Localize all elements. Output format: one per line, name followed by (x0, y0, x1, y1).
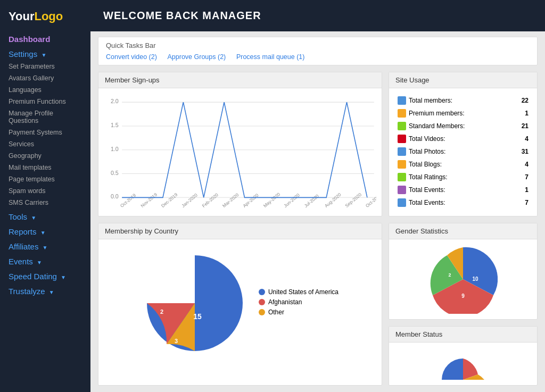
affiliates-arrow-icon: ▼ (43, 245, 48, 251)
quick-tasks-bar: Quick Tasks Bar Convert video (2) Approv… (98, 37, 538, 65)
usage-value: 1 (512, 184, 531, 196)
convert-video-link[interactable]: Convert video (2) (106, 53, 157, 61)
sidebar-item-avatars-gallery[interactable]: Avatars Gallery (0, 72, 90, 84)
member-signups-panel: Member Sign-ups 2.0 1.5 1.0 0.5 0.0 (98, 72, 382, 216)
sidebar-item-services[interactable]: Services (0, 138, 90, 150)
svg-text:Apr-2020: Apr-2020 (242, 193, 259, 208)
sidebar-item-dashboard[interactable]: Dashboard (0, 31, 90, 46)
member-signups-body: 2.0 1.5 1.0 0.5 0.0 Oct (98, 88, 382, 216)
gender-statistics-body: 10 9 2 (389, 239, 537, 319)
sidebar-item-mail-templates[interactable]: Mail templates (0, 162, 90, 173)
event2-icon (398, 198, 406, 207)
other-label: 3 (175, 338, 178, 344)
usage-value: 22 (512, 95, 531, 106)
line-chart-svg: 2.0 1.5 1.0 0.5 0.0 Oct (104, 94, 376, 211)
sidebar-item-tools[interactable]: Tools ▼ (0, 208, 90, 223)
site-usage-table: Total members: 22 Premium members: 1 Sta… (394, 94, 532, 210)
sidebar-item-manage-profile-questions[interactable]: Manage Profile Questions (0, 107, 90, 127)
tools-arrow-icon: ▼ (31, 215, 36, 221)
table-row: Premium members: 1 (395, 107, 531, 119)
sidebar-item-speed-dating[interactable]: Speed Dating ▼ (0, 268, 90, 283)
usage-value: 1 (512, 107, 531, 119)
afghanistan-label: 2 (160, 308, 163, 315)
sidebar-item-languages[interactable]: Languages (0, 84, 90, 96)
sidebar-item-sms-carriers[interactable]: SMS Carriers (0, 197, 90, 208)
quick-tasks-title: Quick Tasks Bar (106, 41, 530, 49)
sidebar-item-payment-systems[interactable]: Payment Systems (0, 127, 90, 138)
usage-label: Total Videos: (395, 133, 511, 145)
sidebar-item-events[interactable]: Events ▼ (0, 253, 90, 268)
quick-tasks-links: Convert video (2) Approve Groups (2) Pro… (106, 53, 530, 61)
row-signups: Member Sign-ups 2.0 1.5 1.0 0.5 0.0 (98, 72, 538, 216)
table-row: Total Photos: 31 (395, 146, 531, 157)
usage-value: 31 (512, 146, 531, 157)
country-legend: United States of America Afghanistan Oth… (259, 288, 338, 319)
blog-icon (398, 160, 406, 169)
svg-text:1.5: 1.5 (111, 122, 119, 128)
sidebar-item-premium-functions[interactable]: Premium Functions (0, 96, 90, 107)
member-status-title: Member Status (389, 327, 537, 343)
membership-country-title: Membership by Country (98, 223, 382, 239)
sidebar-item-settings[interactable]: Settings ▼ (0, 46, 90, 61)
page-header: WELCOME BACK MANAGER (90, 0, 545, 31)
process-mail-queue-link[interactable]: Process mail queue (1) (236, 53, 305, 61)
usage-label: Total Ratings: (395, 171, 511, 183)
logo-accent: Logo (34, 10, 63, 23)
site-usage-body: Total members: 22 Premium members: 1 Sta… (389, 88, 537, 215)
female-label: 9 (461, 293, 465, 299)
svg-text:Aug-2020: Aug-2020 (324, 191, 342, 208)
usa-legend-label: United States of America (268, 288, 338, 296)
svg-text:Feb-2020: Feb-2020 (201, 192, 220, 208)
other-gender-label: 2 (448, 272, 451, 278)
sidebar-item-affiliates[interactable]: Affiliates ▼ (0, 238, 90, 253)
sidebar-item-set-parameters[interactable]: Set Parameters (0, 61, 90, 72)
sidebar-item-geography[interactable]: Geography (0, 150, 90, 162)
male-label: 10 (472, 276, 478, 282)
svg-text:0.5: 0.5 (111, 170, 119, 176)
svg-text:2.0: 2.0 (111, 98, 119, 104)
gender-pie-chart: 10 9 2 (428, 245, 498, 314)
svg-text:Sep-2020: Sep-2020 (344, 191, 362, 208)
usage-label: Premium members: (395, 107, 511, 119)
usage-value: 7 (512, 171, 531, 183)
sidebar: YourLogo Dashboard Settings ▼ Set Parame… (0, 0, 90, 392)
right-column: Gender Statistics (389, 223, 538, 386)
svg-text:Jun-2020: Jun-2020 (283, 192, 301, 208)
sidebar-item-reports[interactable]: Reports ▼ (0, 223, 90, 238)
legend-item-usa: United States of America (259, 288, 338, 296)
sidebar-item-page-templates[interactable]: Page templates (0, 173, 90, 185)
usage-label: Standard Members: (395, 120, 511, 132)
table-row: Total Ratings: 7 (395, 171, 531, 183)
logo-text: Your (9, 10, 34, 23)
table-row: Total Videos: 4 (395, 133, 531, 145)
table-row: Total Events: 7 (395, 197, 531, 208)
svg-text:Jul-2020: Jul-2020 (303, 193, 320, 208)
svg-text:Mar-2020: Mar-2020 (221, 192, 240, 208)
svg-text:May-2020: May-2020 (262, 191, 282, 208)
member-status-chart (436, 348, 490, 380)
table-row: Standard Members: 21 (395, 120, 531, 132)
photo-icon (398, 147, 406, 156)
svg-text:0.0: 0.0 (111, 193, 119, 199)
events-arrow-icon: ▼ (37, 260, 42, 265)
table-row: Total members: 22 (395, 95, 531, 106)
usage-value: 4 (512, 159, 531, 170)
star-icon (398, 109, 406, 118)
gender-statistics-panel: Gender Statistics (389, 223, 538, 320)
usage-label: Total Photos: (395, 146, 511, 157)
settings-arrow-icon: ▼ (41, 52, 46, 58)
svg-text:Oct-2019: Oct-2019 (119, 193, 137, 208)
rating-icon (398, 173, 406, 181)
approve-groups-link[interactable]: Approve Groups (2) (168, 53, 226, 61)
sidebar-item-trustalyze[interactable]: Trustalyze ▼ (0, 283, 90, 298)
table-row: Total Blogs: 4 (395, 159, 531, 170)
usage-value: 21 (512, 120, 531, 132)
usage-label: Total members: (395, 95, 511, 106)
content-area: Quick Tasks Bar Convert video (2) Approv… (90, 31, 545, 392)
sidebar-item-spam-words[interactable]: Spam words (0, 185, 90, 197)
trustalyze-arrow-icon: ▼ (49, 289, 54, 295)
afghanistan-legend-label: Afghanistan (268, 298, 302, 306)
logo: YourLogo (0, 0, 90, 31)
usage-label: Total Events: (395, 197, 511, 208)
other-legend-label: Other (268, 308, 284, 316)
